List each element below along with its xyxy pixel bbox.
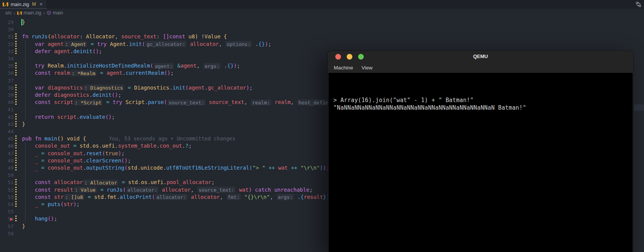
deleted-lines-marker [10,218,13,221]
menu-item-machine[interactable]: Machine [334,65,353,71]
git-gutter-indicator[interactable] [15,158,17,164]
git-status-badge: M [32,2,36,7]
code-text: console_out = std.os.uefi.system_table.c… [22,142,192,150]
line-number[interactable]: 48 [0,157,14,164]
breadcrumb-item-main-zig[interactable]: main.zig [17,10,41,16]
blame-annotation: You, 53 seconds ago • Uncommitted change… [109,135,235,142]
overview-ruler-marker [634,104,644,111]
breadcrumb-label: main [53,10,63,16]
line-number[interactable]: 45 [0,135,14,142]
code-text: defer agent.deinit(); [22,48,102,55]
qemu-titlebar[interactable]: QEMU [328,51,633,62]
git-gutter-indicator[interactable] [15,33,17,40]
git-gutter-indicator[interactable] [15,92,17,99]
git-gutter-indicator[interactable] [15,121,17,128]
line-number[interactable]: 58 [0,230,14,237]
line-number[interactable]: 57 [0,223,14,230]
git-gutter-indicator[interactable] [15,99,17,106]
breadcrumb: src › main.zig › main [0,9,644,17]
line-number[interactable]: 36 [0,69,14,77]
symbol-cube-icon [47,11,51,15]
zig-icon [17,11,22,15]
line-number[interactable]: 51 [0,179,14,186]
git-gutter-indicator[interactable] [15,41,17,48]
git-gutter-indicator[interactable] [15,135,17,142]
line-number[interactable]: 31 [0,33,14,40]
breadcrumb-label: src [5,10,12,16]
line-number[interactable]: 50 [0,172,14,179]
line-number[interactable]: 42 [0,113,14,121]
breadcrumb-item-src[interactable]: src [5,10,12,16]
code-line[interactable]: 30 [0,26,644,33]
code-text: pub fn main() void {You, 53 seconds ago … [22,135,235,142]
code-text: _ = console_out.outputString(std.unicode… [22,164,329,172]
git-gutter-indicator[interactable] [15,201,17,208]
code-text: } [22,19,25,26]
indent-guide [25,77,25,84]
line-number[interactable]: 53 [0,194,14,201]
code-text: var agent: Agent = try Agent.init(gc_all… [22,41,271,48]
qemu-window: QEMU MachineView > Array(16).join("wat" … [328,51,633,252]
indent-guide [25,106,25,113]
line-number[interactable]: 52 [0,186,14,194]
code-line[interactable]: 32 var agent: Agent = try Agent.init(gc_… [0,41,644,48]
line-number[interactable]: 34 [0,55,14,62]
git-gutter-indicator[interactable] [15,150,17,157]
vscode-workbench: main.zig M ✕ src › main [0,0,644,252]
code-text: defer diagnostics.deinit(); [22,91,121,99]
line-number[interactable]: 47 [0,150,14,157]
line-number[interactable]: 43 [0,121,14,128]
code-line[interactable]: 29} [0,19,644,26]
tab-main-zig[interactable]: main.zig M ✕ [0,0,47,9]
git-gutter-indicator[interactable] [15,70,17,77]
line-number[interactable]: 33 [0,48,14,55]
line-number[interactable]: 39 [0,91,14,99]
code-text: } [22,223,25,230]
code-text: const realm: *Realm = agent.currentRealm… [22,69,174,77]
git-gutter-indicator[interactable] [15,165,17,172]
chevron-separator: › [43,10,45,16]
line-number[interactable]: 55 [0,208,14,215]
line-number[interactable]: 38 [0,84,14,91]
code-text: _ = console_out.reset(true); [22,150,125,157]
git-gutter-indicator[interactable] [15,187,17,194]
line-number[interactable]: 32 [0,41,14,48]
code-text: const result: Value = runJs(allocator: a… [22,186,313,194]
line-number[interactable]: 46 [0,142,14,150]
zig-icon [3,2,8,6]
git-gutter-indicator[interactable] [15,179,17,186]
line-number[interactable]: 29 [0,19,14,26]
code-text: var diagnostics: Diagnostics = Diagnosti… [22,84,253,91]
code-text: fn runJs(allocator: Allocator, source_te… [22,33,227,40]
indent-guide [25,55,25,62]
line-number[interactable]: 40 [0,99,14,106]
line-number[interactable]: 54 [0,201,14,208]
menu-item-view[interactable]: View [361,65,373,71]
compare-changes-icon[interactable] [635,1,642,8]
git-gutter-indicator[interactable] [15,194,17,201]
git-gutter-indicator[interactable] [15,85,17,91]
git-gutter-indicator[interactable] [15,63,17,69]
line-number[interactable]: 30 [0,26,14,33]
tab-filename: main.zig [11,2,29,7]
breadcrumb-label: main.zig [24,10,41,16]
git-gutter-indicator[interactable] [15,216,17,222]
git-gutter-indicator[interactable] [15,143,17,150]
git-gutter-indicator[interactable] [15,48,17,55]
indent-guide [25,172,25,179]
close-icon[interactable]: ✕ [39,2,43,7]
code-line[interactable]: 31fn runJs(allocator: Allocator, source_… [0,33,644,41]
line-number[interactable]: 37 [0,77,14,84]
tab-bar: main.zig M ✕ [0,0,644,9]
code-text: try Realm.initializeHostDefinedRealm(age… [22,62,240,69]
line-number[interactable]: 44 [0,128,14,135]
line-number[interactable]: 35 [0,62,14,69]
window-title: QEMU [328,54,633,59]
git-gutter-indicator[interactable] [15,114,17,121]
line-number[interactable]: 49 [0,164,14,172]
line-number[interactable]: 41 [0,106,14,113]
qemu-terminal[interactable]: > Array(16).join("wat" - 1) + " Batman!"… [328,73,633,252]
terminal-line: "NaNNaNNaNNaNNaNNaNNaNNaNNaNNaNNaNNaNNaN… [333,104,633,112]
breadcrumb-item-main[interactable]: main [47,10,63,16]
code-text: const allocator: Allocator = std.os.uefi… [22,179,215,186]
